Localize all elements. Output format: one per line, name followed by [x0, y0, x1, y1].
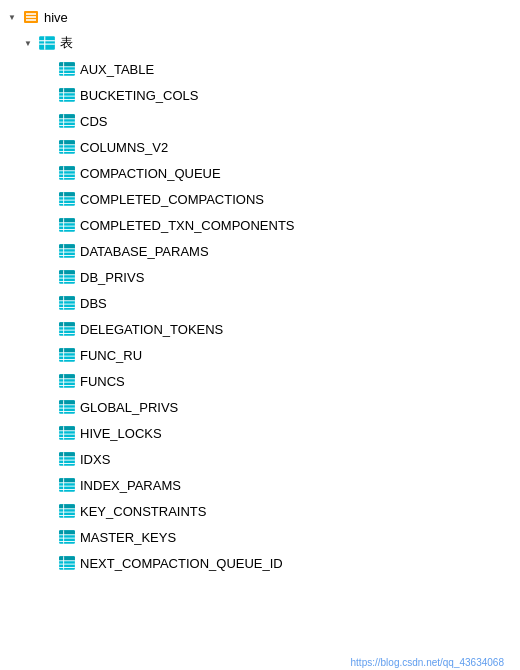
tables-group-label: 表: [60, 34, 73, 52]
table-icon: [58, 528, 76, 546]
table-icon: [58, 268, 76, 286]
table-icon: [58, 476, 76, 494]
table-row[interactable]: FUNCS: [0, 368, 520, 394]
svg-rect-3: [26, 19, 36, 21]
svg-rect-4: [39, 36, 55, 50]
table-row[interactable]: COMPLETED_TXN_COMPONENTS: [0, 212, 520, 238]
chevron-hive-icon: [4, 9, 20, 25]
table-label: DATABASE_PARAMS: [80, 244, 209, 259]
table-row[interactable]: COLUMNS_V2: [0, 134, 520, 160]
svg-rect-2: [26, 16, 36, 18]
watermark: https://blog.csdn.net/qq_43634068: [351, 657, 504, 668]
svg-rect-9: [59, 62, 75, 67]
table-label: KEY_CONSTRAINTS: [80, 504, 206, 519]
table-icon: [58, 346, 76, 364]
table-label: INDEX_PARAMS: [80, 478, 181, 493]
table-row[interactable]: NEXT_COMPACTION_QUEUE_ID: [0, 550, 520, 576]
svg-rect-51: [59, 244, 75, 249]
tree-tables-group[interactable]: 表: [0, 30, 520, 56]
table-row[interactable]: MASTER_KEYS: [0, 524, 520, 550]
table-label: HIVE_LOCKS: [80, 426, 162, 441]
table-label: FUNCS: [80, 374, 125, 389]
table-label: CDS: [80, 114, 107, 129]
table-icon: [58, 294, 76, 312]
table-row[interactable]: FUNC_RU: [0, 342, 520, 368]
table-icon: [58, 190, 76, 208]
table-label: IDXS: [80, 452, 110, 467]
table-row[interactable]: INDEX_PARAMS: [0, 472, 520, 498]
svg-rect-87: [59, 400, 75, 405]
table-row[interactable]: DELEGATION_TOKENS: [0, 316, 520, 342]
svg-rect-57: [59, 270, 75, 275]
table-icon: [58, 398, 76, 416]
table-icon: [58, 112, 76, 130]
table-icon: [58, 372, 76, 390]
svg-rect-15: [59, 88, 75, 93]
table-row[interactable]: DB_PRIVS: [0, 264, 520, 290]
svg-rect-99: [59, 452, 75, 457]
table-label: COLUMNS_V2: [80, 140, 168, 155]
tree-root-hive[interactable]: hive: [0, 4, 520, 30]
svg-rect-69: [59, 322, 75, 327]
table-label: MASTER_KEYS: [80, 530, 176, 545]
table-icon: [58, 60, 76, 78]
table-label: COMPLETED_COMPACTIONS: [80, 192, 264, 207]
svg-rect-45: [59, 218, 75, 223]
svg-rect-123: [59, 556, 75, 561]
svg-rect-117: [59, 530, 75, 535]
table-icon: [58, 502, 76, 520]
table-icon: [58, 216, 76, 234]
table-icon: [58, 164, 76, 182]
table-row[interactable]: DBS: [0, 290, 520, 316]
table-label: NEXT_COMPACTION_QUEUE_ID: [80, 556, 283, 571]
folder-table-icon: [38, 34, 56, 52]
table-row[interactable]: COMPLETED_COMPACTIONS: [0, 186, 520, 212]
table-icon: [58, 424, 76, 442]
table-label: GLOBAL_PRIVS: [80, 400, 178, 415]
table-row[interactable]: BUCKETING_COLS: [0, 82, 520, 108]
svg-rect-33: [59, 166, 75, 171]
table-label: DELEGATION_TOKENS: [80, 322, 223, 337]
table-row[interactable]: IDXS: [0, 446, 520, 472]
svg-rect-39: [59, 192, 75, 197]
svg-rect-105: [59, 478, 75, 483]
svg-rect-93: [59, 426, 75, 431]
table-row[interactable]: DATABASE_PARAMS: [0, 238, 520, 264]
svg-rect-27: [59, 140, 75, 145]
tree-container[interactable]: hive 表: [0, 0, 520, 670]
table-row[interactable]: HIVE_LOCKS: [0, 420, 520, 446]
table-items-list: AUX_TABLE BUCKETING_COLS: [0, 56, 520, 576]
table-icon: [58, 450, 76, 468]
chevron-tables-icon: [20, 35, 36, 51]
table-icon: [58, 554, 76, 572]
table-icon: [58, 138, 76, 156]
table-row[interactable]: AUX_TABLE: [0, 56, 520, 82]
table-label: DB_PRIVS: [80, 270, 144, 285]
table-label: COMPLETED_TXN_COMPONENTS: [80, 218, 295, 233]
table-row[interactable]: KEY_CONSTRAINTS: [0, 498, 520, 524]
table-row[interactable]: CDS: [0, 108, 520, 134]
table-label: DBS: [80, 296, 107, 311]
table-icon: [58, 320, 76, 338]
svg-rect-81: [59, 374, 75, 379]
table-label: FUNC_RU: [80, 348, 142, 363]
table-label: BUCKETING_COLS: [80, 88, 198, 103]
svg-rect-1: [26, 13, 36, 15]
table-row[interactable]: GLOBAL_PRIVS: [0, 394, 520, 420]
table-icon: [58, 86, 76, 104]
svg-rect-21: [59, 114, 75, 119]
table-label: COMPACTION_QUEUE: [80, 166, 221, 181]
hive-db-icon: [22, 8, 40, 26]
table-row[interactable]: COMPACTION_QUEUE: [0, 160, 520, 186]
hive-label: hive: [44, 10, 68, 25]
svg-rect-75: [59, 348, 75, 353]
table-icon: [58, 242, 76, 260]
table-label: AUX_TABLE: [80, 62, 154, 77]
svg-rect-111: [59, 504, 75, 509]
svg-rect-63: [59, 296, 75, 301]
